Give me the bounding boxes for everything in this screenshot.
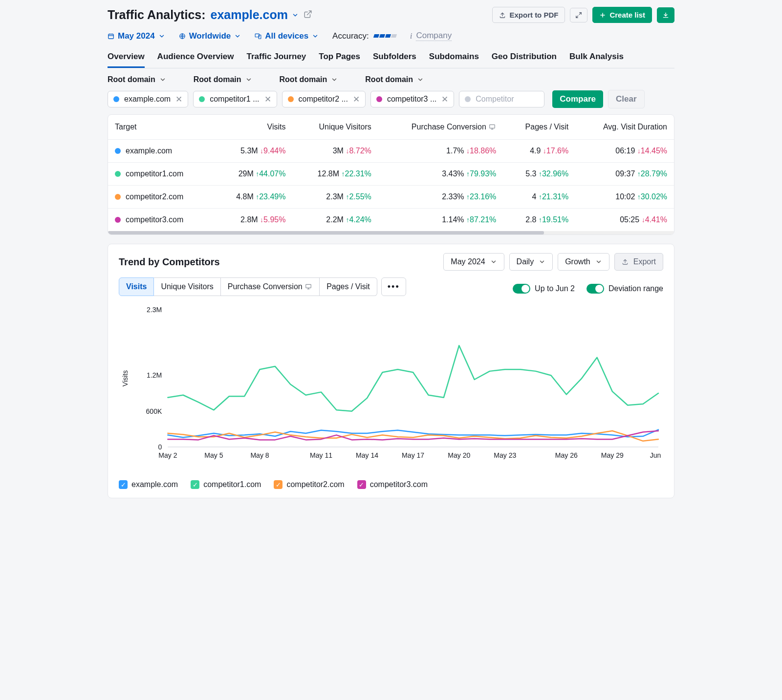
more-metrics-button[interactable]: •••	[381, 277, 406, 296]
legend-item[interactable]: ✓competitor1.com	[191, 480, 261, 489]
x-tick-label: May 11	[310, 451, 332, 459]
close-icon[interactable]: ✕	[264, 95, 271, 104]
close-icon[interactable]: ✕	[441, 95, 448, 104]
trend-month-label: May 2024	[451, 257, 485, 266]
company-info[interactable]: i Company	[410, 31, 452, 41]
legend-item[interactable]: ✓competitor3.com	[357, 480, 428, 489]
chevron-down-icon	[331, 76, 338, 83]
devices-filter[interactable]: All devices	[255, 31, 319, 41]
plus-icon	[599, 12, 606, 19]
export-pdf-label: Export to PDF	[509, 11, 558, 19]
target-label: competitor2.com	[126, 192, 183, 201]
compare-button[interactable]: Compare	[552, 90, 603, 108]
chevron-down-icon	[292, 12, 299, 19]
series-tab-pages-visit[interactable]: Pages / Visit	[320, 277, 377, 296]
tab-audience-overview[interactable]: Audience Overview	[157, 48, 234, 68]
page-title: Traffic Analytics:	[108, 8, 206, 22]
close-icon[interactable]: ✕	[175, 95, 182, 104]
competitor-chip-placeholder[interactable]: Competitor	[459, 91, 544, 107]
col-header[interactable]: Unique Visitors	[292, 115, 378, 140]
info-icon: i	[410, 31, 413, 41]
dot-icon	[465, 96, 471, 102]
series-tab-visits[interactable]: Visits	[119, 277, 154, 296]
trend-mode-dropdown[interactable]: Growth	[558, 253, 609, 271]
series-tab-unique-visitors[interactable]: Unique Visitors	[154, 277, 220, 296]
col-header[interactable]: Purchase Conversion	[378, 115, 503, 140]
tab-top-pages[interactable]: Top Pages	[319, 48, 360, 68]
horizontal-scrollbar[interactable]	[108, 231, 674, 234]
root-domain-dropdown-0[interactable]: Root domain	[108, 75, 166, 84]
dot-icon	[115, 217, 121, 223]
chip-label: example.com	[124, 95, 171, 104]
root-domain-dropdown-3[interactable]: Root domain	[365, 75, 424, 84]
external-link-icon[interactable]	[304, 10, 312, 21]
export-pdf-button[interactable]: Export to PDF	[492, 7, 565, 23]
expand-icon	[575, 12, 582, 19]
domain-switcher[interactable]: example.com	[211, 8, 299, 22]
dot-icon	[376, 96, 382, 102]
comparison-table: TargetVisitsUnique VisitorsPurchase Conv…	[108, 115, 674, 231]
metric-change: ↑2.55%	[346, 192, 371, 201]
chevron-down-icon	[595, 258, 602, 265]
col-header[interactable]: Avg. Visit Duration	[575, 115, 674, 140]
chart-legend: ✓example.com✓competitor1.com✓competitor2…	[108, 475, 674, 498]
chevron-down-icon	[490, 258, 497, 265]
metric-value: 5.3M	[240, 147, 258, 155]
root-domain-dropdown-2[interactable]: Root domain	[280, 75, 338, 84]
series-tabs: VisitsUnique VisitorsPurchase Conversion…	[119, 277, 406, 296]
col-header[interactable]: Pages / Visit	[503, 115, 575, 140]
fullscreen-button[interactable]	[570, 8, 587, 22]
table-row: example.com5.3M ↓9.44%3M ↓8.72%1.7% ↓18.…	[108, 140, 674, 163]
x-tick-label: May 5	[204, 451, 223, 459]
legend-label: competitor1.com	[203, 480, 261, 489]
toggle-deviation[interactable]: Deviation range	[586, 284, 663, 294]
legend-item[interactable]: ✓competitor2.com	[274, 480, 344, 489]
tab-subfolders[interactable]: Subfolders	[373, 48, 416, 68]
series-tab-purchase-conversion[interactable]: Purchase Conversion	[221, 277, 320, 296]
root-domain-label: Root domain	[108, 75, 155, 84]
tab-traffic-journey[interactable]: Traffic Journey	[246, 48, 306, 68]
accuracy-bars	[374, 34, 396, 38]
clear-button[interactable]: Clear	[608, 90, 645, 108]
competitor-chip-3[interactable]: competitor3 ...✕	[370, 91, 454, 107]
y-tick-label: 0	[158, 443, 162, 451]
tab-overview[interactable]: Overview	[108, 48, 145, 68]
trend-granularity-dropdown[interactable]: Daily	[509, 253, 553, 271]
col-header[interactable]: Visits	[212, 115, 292, 140]
metric-value: 3M	[333, 147, 344, 155]
trend-month-dropdown[interactable]: May 2024	[443, 253, 504, 271]
date-filter[interactable]: May 2024	[108, 31, 165, 41]
close-icon[interactable]: ✕	[353, 95, 360, 104]
legend-item[interactable]: ✓example.com	[119, 480, 178, 489]
trend-export-button[interactable]: Export	[614, 253, 663, 271]
metric-value: 29M	[239, 170, 254, 178]
download-button[interactable]	[657, 7, 674, 23]
metric-value: 4.8M	[236, 192, 254, 201]
legend-label: competitor3.com	[370, 480, 428, 489]
trend-card: Trend by Competitors May 2024 Daily Grow…	[108, 244, 674, 498]
root-domain-dropdown-1[interactable]: Root domain	[194, 75, 252, 84]
metric-value: 2.8	[525, 215, 536, 224]
table-row: competitor2.com4.8M ↑23.49%2.3M ↑2.55%2.…	[108, 186, 674, 209]
metric-value: 10:02	[615, 192, 635, 201]
col-header[interactable]: Target	[108, 115, 212, 140]
chevron-down-icon	[234, 33, 241, 40]
competitor-chip-2[interactable]: competitor2 ...✕	[282, 91, 366, 107]
metric-change: ↑23.49%	[256, 192, 285, 201]
x-tick-label: May 2	[158, 451, 177, 459]
competitor-chip-1[interactable]: competitor1 ...✕	[193, 91, 277, 107]
region-filter[interactable]: Worldwide	[179, 31, 241, 41]
toggle-upto[interactable]: Up to Jun 2	[513, 284, 575, 294]
dot-icon	[288, 96, 294, 102]
tab-geo-distribution[interactable]: Geo Distribution	[492, 48, 557, 68]
y-tick-label: 1.2M	[147, 371, 162, 379]
metric-change: ↑44.07%	[256, 170, 285, 178]
metric-value: 05:25	[620, 215, 639, 224]
metric-value: 06:19	[615, 147, 635, 155]
tab-bulk-analysis[interactable]: Bulk Analysis	[569, 48, 624, 68]
tab-subdomains[interactable]: Subdomains	[429, 48, 479, 68]
competitor-chip-0[interactable]: example.com✕	[108, 91, 188, 107]
metric-change: ↑22.31%	[342, 170, 371, 178]
create-list-button[interactable]: Create list	[592, 7, 652, 23]
x-tick-label: May 26	[555, 451, 578, 459]
